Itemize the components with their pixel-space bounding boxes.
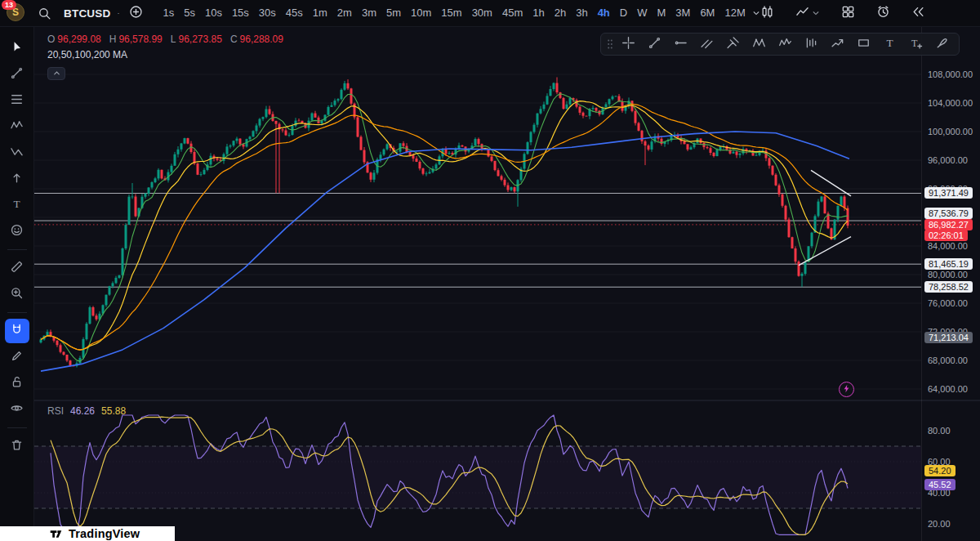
interval-10m[interactable]: 10m [406,3,436,23]
interval-6M[interactable]: 6M [695,3,719,23]
drawtool-trend-line[interactable] [641,34,667,55]
tool-trash[interactable] [5,434,29,458]
symbol-modifier: · [117,9,119,17]
symbol-search[interactable]: BTCUSD· [38,7,119,20]
symbol-name[interactable]: BTCUSD [64,7,110,20]
elliott-wave-icon [10,118,24,135]
price-axis-label: 68,000.00 [928,355,968,365]
crosshair-icon [621,36,635,52]
interval-3h[interactable]: 3h [571,3,592,23]
chevron-up-icon [52,68,61,80]
interval-1h[interactable]: 1h [528,3,549,23]
interval-5s[interactable]: 5s [179,3,200,23]
ma-indicator-legend[interactable]: 20,50,100,200 MA [47,49,127,60]
tool-cursor[interactable] [5,36,29,60]
tool-magnet[interactable] [5,319,29,343]
interval-4h[interactable]: 4h [593,3,615,23]
chart-candles-button[interactable] [760,5,774,21]
tool-projection[interactable] [5,167,29,191]
collapse-pane-button[interactable] [47,67,65,80]
interval-M[interactable]: M [652,3,670,23]
plus-circle-icon [129,5,143,21]
rsi-ma-value: 55.88 [101,405,126,417]
tool-text[interactable]: T [5,193,29,217]
interval-30s[interactable]: 30s [254,3,281,23]
interval-15s[interactable]: 15s [227,3,254,23]
tool-unlock[interactable] [5,371,29,396]
open-value: 96,299.08 [57,34,100,45]
drawtool-xabcd-pattern[interactable] [746,34,772,55]
tool-trend-line[interactable] [5,62,29,87]
alert-clock-button[interactable] [876,5,890,21]
price-axis[interactable]: 108,000.00104,000.00100,000.0096,000.009… [921,27,980,541]
cursor-icon [10,40,24,56]
rsi-axis-label: 20.00 [928,519,951,529]
chart-style-icon [795,5,809,21]
price-axis-label: 100,000.00 [928,127,973,136]
price-axis-label: 108,000.00 [928,69,973,79]
trash-icon [10,438,24,454]
interval-2h[interactable]: 2h [550,3,571,23]
xabcd-pattern-icon [752,36,766,52]
drawtool-bars-pattern[interactable] [798,34,824,55]
drawtool-horizontal-ray[interactable] [667,34,693,55]
drawtool-rectangle[interactable] [850,34,876,55]
interval-5m[interactable]: 5m [381,3,406,23]
chart-style-button[interactable] [795,5,820,21]
drawtool-brush[interactable] [929,34,955,55]
interval-15m[interactable]: 15m [436,3,466,23]
zoom-in-icon [10,286,24,302]
tool-hide[interactable] [5,397,29,422]
lightning-icon [842,383,851,396]
bar-replay-button[interactable] [911,5,925,21]
multichart-layout-button[interactable] [841,5,855,21]
drag-handle-icon[interactable] [605,38,615,50]
interval-D[interactable]: D [615,3,632,23]
rsi-legend[interactable]: RSI 46.26 55.88 [47,405,126,417]
divider [7,427,27,428]
drawtool-parallel-channel[interactable] [693,34,719,55]
tool-zoom-in[interactable] [5,282,29,306]
tool-ruler[interactable] [5,256,29,280]
flash-button[interactable] [839,382,854,397]
tool-elliott-wave[interactable] [5,114,29,139]
tradingview-watermark[interactable]: TradingView [0,526,175,541]
elliott-correction-icon [778,36,792,52]
interval-W[interactable]: W [632,3,652,23]
interval-2m[interactable]: 2m [332,3,357,23]
drawtool-pitchfork[interactable] [719,34,746,55]
interval-1m[interactable]: 1m [308,3,332,23]
tool-draw[interactable] [5,345,29,369]
ruler-icon [10,260,24,276]
interval-1s[interactable]: 1s [158,3,179,23]
chart-canvas[interactable] [34,27,980,541]
user-menu[interactable]: S 13 [7,3,26,23]
interval-3m[interactable]: 3m [357,3,381,23]
drawtool-elliott-correction[interactable] [772,34,798,55]
interval-30m[interactable]: 30m [467,3,497,23]
chart-area[interactable]: O96,299.08 H96,578.99 L96,273.85 C96,288… [34,27,980,541]
drawtool-crosshair[interactable] [615,34,641,55]
horizontal-ray-icon [674,36,688,52]
tool-pattern[interactable] [5,141,29,165]
interval-12M[interactable]: 12M [719,3,750,23]
pitchfork-icon [726,36,740,52]
emoji-icon [10,223,24,239]
price-level-badge: 91,371.49 [924,187,973,199]
interval-45s[interactable]: 45s [281,3,308,23]
tool-fib-retracement[interactable] [5,88,29,113]
text-icon: T [10,197,24,213]
tool-emoji[interactable] [5,219,29,244]
compare-add-button[interactable] [129,5,143,21]
interval-3M[interactable]: 3M [670,3,695,23]
unlock-icon [10,375,24,391]
drawtool-text[interactable]: T [876,34,902,55]
drawtool-forecast[interactable] [824,34,850,55]
drawtool-anchored-text[interactable]: T [902,34,929,55]
interval-10s[interactable]: 10s [200,3,227,23]
chevron-down-icon [812,9,820,17]
interval-45m[interactable]: 45m [497,3,528,23]
rsi-value-badge: 54.20 [924,465,956,476]
trend-line-icon [648,36,662,52]
interval-dropdown-button[interactable] [752,7,760,20]
